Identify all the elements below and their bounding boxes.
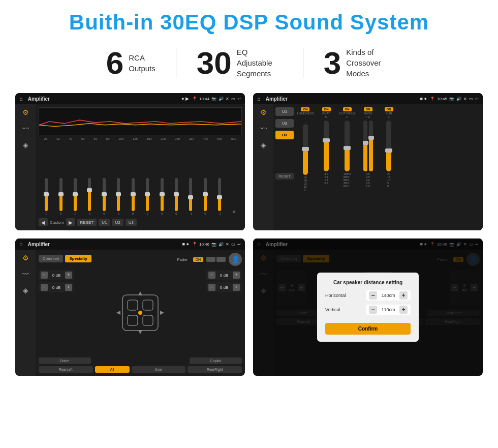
eq-slider-3: 5: [83, 178, 96, 215]
stat-crossover: 3 Kinds of Crossover Modes: [303, 47, 412, 79]
fader-left-volumes: − 0 dB + − 0 dB +: [39, 270, 74, 355]
bass-slider-f[interactable]: [363, 121, 367, 171]
vol-plus-2[interactable]: +: [65, 284, 72, 291]
cutfreq-slider[interactable]: [345, 121, 350, 171]
eq-main: 2532 4050 6380 100125 160200 250320 4005…: [36, 104, 245, 230]
cross-icon-2[interactable]: 〰: [260, 125, 267, 133]
preset-u3[interactable]: U3: [275, 131, 294, 139]
channel-sub: ON SUB G 20151050: [379, 107, 398, 227]
vol-plus-1[interactable]: +: [65, 272, 72, 279]
copilot-btn[interactable]: Copilot: [190, 357, 242, 364]
vol-plus-4[interactable]: +: [233, 284, 240, 291]
preset-u1[interactable]: U1: [275, 107, 294, 116]
eq-slider-0: 0: [40, 178, 53, 215]
back-icon-3[interactable]: ↩: [237, 242, 241, 247]
preset-u2[interactable]: U2: [275, 119, 294, 128]
home-icon-2[interactable]: ⌂: [257, 96, 261, 102]
u2-btn[interactable]: U2: [112, 219, 123, 226]
cross-reset-btn[interactable]: RESET: [275, 173, 294, 180]
stat-rca-number: 6: [106, 47, 123, 79]
eq-icon-2[interactable]: 〰: [22, 125, 29, 133]
vertical-control: − 110cm +: [366, 305, 411, 315]
eq-slider-9: 0: [170, 178, 183, 215]
eq-slider-10: -1: [184, 178, 197, 215]
home-icon-3[interactable]: ⌂: [19, 241, 23, 247]
channel-loudness: ON LOUDNESS ~~ 644832160: [296, 107, 315, 227]
fader-right-volumes: − 0 dB + − 0 dB +: [206, 270, 242, 355]
driver-btn[interactable]: Driver: [39, 357, 91, 364]
vol-row-3: − 0 dB +: [206, 270, 242, 280]
sub-slider[interactable]: [386, 121, 391, 171]
eq-graph: [39, 107, 242, 135]
expand-icon[interactable]: »: [232, 208, 236, 215]
eq-freq-labels: 2532 4050 6380 100125 160200 250320 4005…: [39, 137, 242, 140]
eq-status-bar: ⌂ Amplifier ● ▶ 📍 10:44 📷 🔊 ✕ ▭ ↩: [15, 93, 245, 104]
u1-btn[interactable]: U1: [99, 219, 110, 226]
fader-slider-mini[interactable]: [206, 257, 215, 262]
confirm-button[interactable]: Confirm: [325, 323, 411, 335]
phat-on-badge: ON: [322, 107, 331, 111]
fader-tab-common[interactable]: Common: [39, 255, 63, 262]
loudness-slider[interactable]: [303, 124, 308, 175]
fader-icon-3[interactable]: ◈: [23, 286, 28, 294]
stat-crossover-number: 3: [324, 47, 341, 79]
fader-car-section: [78, 270, 202, 355]
eq-icon-1[interactable]: ⚙: [22, 108, 29, 116]
eq-slider-12: -1: [213, 178, 226, 215]
car-diagram: [112, 287, 168, 338]
close-icon-3: ✕: [226, 242, 229, 247]
eq-screen-title: Amplifier: [28, 96, 178, 102]
prev-btn[interactable]: ◀: [39, 218, 48, 226]
back-icon-2[interactable]: ↩: [475, 97, 479, 101]
back-icon[interactable]: ↩: [237, 97, 241, 101]
custom-label: Custom: [50, 220, 64, 225]
location-icon: 📍: [192, 97, 197, 101]
bass-slider-g[interactable]: [369, 121, 373, 171]
camera-icon-3: 📷: [211, 242, 216, 247]
fader-tab-specialty[interactable]: Specialty: [65, 255, 91, 262]
distance-dialog: Car speaker distance setting Horizontal …: [317, 273, 419, 342]
rearright-btn[interactable]: RearRight: [188, 366, 242, 373]
cross-icon-3[interactable]: ◈: [261, 141, 266, 149]
loudness-on-badge: ON: [301, 107, 309, 111]
vol-minus-4[interactable]: −: [208, 284, 215, 291]
vol-minus-1[interactable]: −: [41, 272, 48, 279]
phat-slider[interactable]: [324, 121, 329, 171]
next-btn[interactable]: ▶: [66, 218, 75, 226]
svg-rect-4: [128, 315, 138, 325]
vol-minus-2[interactable]: −: [41, 284, 48, 291]
avatar-icon[interactable]: 👤: [229, 253, 242, 266]
vertical-minus[interactable]: −: [369, 306, 377, 314]
user-btn[interactable]: User: [132, 366, 186, 373]
fader-on-badge[interactable]: ON: [193, 257, 204, 262]
horizontal-plus[interactable]: +: [399, 291, 408, 300]
crossover-dots: ■ ●: [420, 96, 427, 101]
vol-minus-3[interactable]: −: [208, 272, 215, 279]
fader-icon-2[interactable]: 〰: [22, 270, 29, 278]
fader-icon-1[interactable]: ⚙: [22, 254, 29, 262]
horizontal-minus[interactable]: −: [369, 291, 377, 300]
screenshot-grid: ⌂ Amplifier ● ▶ 📍 10:44 📷 🔊 ✕ ▭ ↩ ⚙ 〰 ◈: [15, 93, 483, 376]
cross-sidebar: ⚙ 〰 ◈: [253, 104, 273, 230]
stat-rca: 6 RCA Outputs: [86, 47, 176, 79]
eq-time: 10:44: [199, 97, 209, 101]
svg-marker-7: [138, 291, 142, 295]
eq-icon-3[interactable]: ◈: [23, 141, 28, 149]
stat-crossover-desc: Kinds of Crossover Modes: [346, 47, 392, 79]
vol-plus-3[interactable]: +: [233, 272, 240, 279]
eq-screen: ⌂ Amplifier ● ▶ 📍 10:44 📷 🔊 ✕ ▭ ↩ ⚙ 〰 ◈: [15, 93, 245, 230]
all-btn[interactable]: All: [95, 366, 130, 373]
vertical-row: Vertical − 110cm +: [325, 305, 411, 315]
home-icon[interactable]: ⌂: [19, 96, 23, 102]
crossover-status-bar: ⌂ Amplifier ■ ● 📍 10:45 📷 🔊 ✕ ▭ ↩: [253, 93, 483, 104]
u3-btn[interactable]: U3: [126, 219, 137, 226]
vol-val-2: 0 dB: [50, 285, 63, 290]
cutfreq-on-badge: ON: [343, 107, 352, 111]
vertical-plus[interactable]: +: [399, 306, 408, 314]
page-title: Buith-in 30EQ DSP Sound System: [15, 10, 483, 35]
rearleft-btn[interactable]: RearLeft: [39, 366, 93, 373]
cross-icon-1[interactable]: ⚙: [260, 108, 267, 116]
fader-slider-mini-2[interactable]: [216, 257, 226, 262]
crossover-screen: ⌂ Amplifier ■ ● 📍 10:45 📷 🔊 ✕ ▭ ↩ ⚙ 〰 ◈: [253, 93, 483, 230]
reset-btn[interactable]: RESET: [77, 219, 97, 226]
